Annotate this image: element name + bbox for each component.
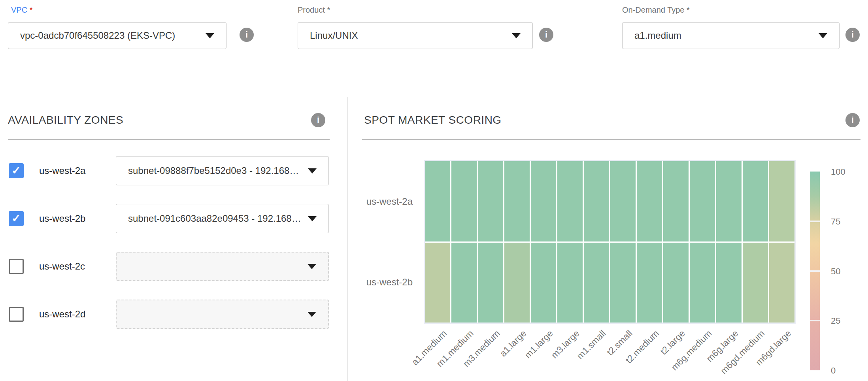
- az-zone-label: us-west-2d: [39, 300, 85, 329]
- heatmap-cell-us-west-2b-m6gd.medium: [743, 243, 768, 323]
- heatmap-cell-us-west-2b-a1.large: [504, 243, 530, 323]
- az-zone-label: us-west-2b: [39, 204, 85, 233]
- heatmap-frame: [424, 160, 796, 324]
- subnet-select-us-west-2a[interactable]: subnet-09888f7be5152d0e3 - 192.168…: [116, 156, 329, 185]
- chevron-down-icon: [206, 33, 214, 38]
- heatmap-cell-us-west-2a-m6gd.large: [769, 161, 794, 241]
- on-demand-type-label-text: On-Demand Type: [622, 6, 685, 14]
- heatmap-cell-us-west-2b-t2.small: [610, 243, 636, 323]
- colorbar-tick-line: [810, 320, 820, 321]
- product-label-text: Product: [298, 6, 325, 14]
- availability-zones-info-icon[interactable]: i: [311, 113, 325, 127]
- heatmap-cell-us-west-2a-t2.small: [610, 161, 636, 241]
- heatmap-cell-us-west-2a-m6gd.medium: [743, 161, 768, 241]
- vpc-select-value: vpc-0adcb70f645508223 (EKS-VPC): [8, 30, 206, 41]
- heatmap-col-label-text: m1.large: [523, 328, 555, 360]
- heatmap-cell-us-west-2a-a1.medium: [425, 161, 450, 241]
- heatmap-cell-us-west-2b-m3.medium: [478, 243, 503, 323]
- heatmap-cell-us-west-2a-m1.medium: [451, 161, 477, 241]
- heatmap-cell-us-west-2a-a1.large: [504, 161, 530, 241]
- heatmap-cell-us-west-2a-m3.medium: [478, 161, 503, 241]
- subnet-select-us-west-2d: [116, 300, 329, 329]
- heatmap-cell-us-west-2b-t2.medium: [637, 243, 662, 323]
- heatmap-cell-us-west-2b-m3.large: [557, 243, 583, 323]
- vpc-info-icon[interactable]: i: [240, 28, 254, 42]
- heatmap-cell-us-west-2b-t2.large: [663, 243, 689, 323]
- heatmap-cell-us-west-2b-m6g.medium: [690, 243, 715, 323]
- checkbox-checked-us-west-2a[interactable]: ✓: [9, 163, 24, 178]
- az-row-us-west-2b: ✓us-west-2bsubnet-091c603aa82e09453 - 19…: [0, 204, 340, 233]
- vpc-required-mark: *: [30, 6, 33, 14]
- heatmap-col-label-text: m1.small: [575, 328, 608, 361]
- on-demand-type-select[interactable]: a1.medium: [622, 22, 840, 49]
- subnet-select-us-west-2c: [116, 252, 329, 281]
- az-zone-label: us-west-2c: [39, 252, 85, 281]
- heatmap-cell-us-west-2a-t2.large: [663, 161, 689, 241]
- subnet-select-value: subnet-09888f7be5152d0e3 - 192.168…: [116, 165, 308, 176]
- heatmap-cell-us-west-2a-m6g.large: [716, 161, 742, 241]
- heatmap-cell-us-west-2b-m1.medium: [451, 243, 477, 323]
- az-row-us-west-2c: us-west-2c: [0, 252, 340, 281]
- chevron-down-icon: [308, 264, 316, 269]
- heatmap-cell-us-west-2a-m3.large: [557, 161, 583, 241]
- on-demand-type-label: On-Demand Type *: [622, 6, 690, 15]
- heatmap-cell-us-west-2a-m1.large: [531, 161, 556, 241]
- on-demand-type-select-value: a1.medium: [623, 30, 819, 41]
- spot-market-scoring-title: SPOT MARKET SCORING: [364, 114, 502, 126]
- colorbar-tick-label-25: 25: [831, 316, 840, 326]
- heatmap-colorbar: [810, 172, 820, 370]
- colorbar-tick-label-50: 50: [831, 266, 840, 277]
- az-row-us-west-2d: us-west-2d: [0, 300, 340, 329]
- panel-divider: [347, 97, 348, 381]
- heatmap-cell-us-west-2a-m1.small: [584, 161, 609, 241]
- product-label: Product *: [298, 6, 330, 15]
- heatmap-cell-us-west-2a-m6g.medium: [690, 161, 715, 241]
- chevron-down-icon: [308, 312, 316, 317]
- subnet-select-value: subnet-091c603aa82e09453 - 192.168…: [116, 213, 308, 224]
- checkbox-checked-us-west-2b[interactable]: ✓: [9, 211, 24, 226]
- az-row-us-west-2a: ✓us-west-2asubnet-09888f7be5152d0e3 - 19…: [0, 156, 340, 185]
- checkbox-unchecked-us-west-2d[interactable]: [9, 307, 24, 322]
- chevron-down-icon: [308, 168, 317, 174]
- heatmap-cell-us-west-2b-m1.large: [531, 243, 556, 323]
- heatmap-cell-us-west-2b-a1.medium: [425, 243, 450, 323]
- vpc-label: VPC *: [11, 6, 32, 15]
- product-required-mark: *: [327, 6, 330, 14]
- product-select-value: Linux/UNIX: [298, 30, 512, 41]
- heatmap-cell-us-west-2b-m1.small: [584, 243, 609, 323]
- heatmap-row-label-us-west-2a: us-west-2a: [334, 196, 413, 207]
- chevron-down-icon: [512, 33, 521, 38]
- az-zone-label: us-west-2a: [39, 156, 85, 185]
- on-demand-type-info-icon[interactable]: i: [845, 28, 860, 42]
- heatmap-cell-us-west-2b-m6gd.large: [769, 243, 794, 323]
- colorbar-tick-label-100: 100: [831, 167, 845, 177]
- heatmap-cell-us-west-2a-t2.medium: [637, 161, 662, 241]
- availability-zones-rule: [8, 139, 330, 140]
- spot-market-scoring-info-icon[interactable]: i: [845, 113, 860, 127]
- chevron-down-icon: [308, 216, 317, 221]
- heatmap-cell-us-west-2b-m6g.large: [716, 243, 742, 323]
- checkbox-unchecked-us-west-2c[interactable]: [9, 259, 24, 274]
- on-demand-type-required-mark: *: [687, 6, 690, 14]
- product-info-icon[interactable]: i: [539, 28, 553, 42]
- heatmap-grid: [425, 161, 794, 323]
- vpc-label-text: VPC: [11, 6, 27, 14]
- colorbar-tick-label-75: 75: [831, 217, 840, 227]
- chevron-down-icon: [819, 33, 827, 38]
- colorbar-tick-line: [810, 270, 820, 272]
- availability-zones-title: AVAILABILITY ZONES: [8, 114, 123, 126]
- colorbar-tick-line: [810, 221, 820, 222]
- colorbar-tick-label-0: 0: [831, 366, 836, 376]
- subnet-select-us-west-2b[interactable]: subnet-091c603aa82e09453 - 192.168…: [116, 204, 329, 233]
- product-select[interactable]: Linux/UNIX: [298, 22, 533, 49]
- spot-market-scoring-rule: [362, 139, 860, 140]
- heatmap-row-label-us-west-2b: us-west-2b: [334, 277, 413, 288]
- vpc-select[interactable]: vpc-0adcb70f645508223 (EKS-VPC): [8, 22, 226, 49]
